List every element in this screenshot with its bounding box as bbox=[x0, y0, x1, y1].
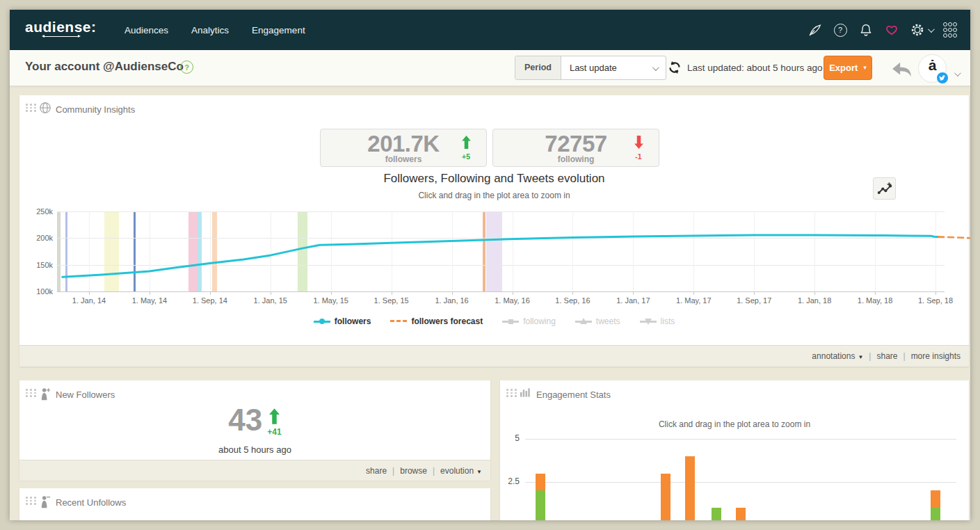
axis-tick bbox=[331, 291, 332, 295]
dash-marker-icon bbox=[390, 316, 407, 327]
engagement-bar bbox=[712, 508, 721, 520]
gridline bbox=[525, 439, 956, 440]
logo-underline-arrow-icon bbox=[42, 35, 81, 38]
legend-label: lists bbox=[661, 316, 675, 326]
community-insights-header: Community Insights bbox=[19, 95, 969, 120]
axis-tick bbox=[452, 291, 453, 295]
engagement-bar bbox=[931, 490, 940, 520]
new-followers-delta: +41 bbox=[267, 427, 281, 437]
period-selected-value: Last update bbox=[570, 63, 617, 73]
legend-item-followers-forecast[interactable]: followers forecast bbox=[390, 316, 483, 327]
nav-item-analytics[interactable]: Analytics bbox=[191, 25, 229, 35]
square-marker-icon bbox=[502, 316, 519, 327]
evolution-plot[interactable] bbox=[57, 211, 945, 291]
new-followers-timestamp: about 5 hours ago bbox=[19, 444, 490, 455]
axis-tick bbox=[633, 291, 634, 295]
person-minus-icon bbox=[39, 495, 51, 511]
x-axis-label: 1. Jan, 18 bbox=[798, 296, 831, 305]
drag-handle[interactable] bbox=[26, 104, 37, 112]
y-axis-label: 100k bbox=[36, 287, 53, 296]
y-axis-label: 2.5 bbox=[500, 476, 520, 486]
triangle-down-marker-icon bbox=[640, 316, 657, 327]
add-annotation-button[interactable] bbox=[873, 177, 896, 200]
chevron-down-icon bbox=[652, 64, 659, 71]
quill-icon[interactable] bbox=[807, 22, 822, 38]
engagement-plot[interactable] bbox=[525, 380, 956, 520]
caret-down-icon: ▼ bbox=[476, 469, 482, 475]
x-axis-label: 1. May, 16 bbox=[495, 296, 530, 305]
nav-item-engagement[interactable]: Engagement bbox=[252, 25, 305, 35]
export-button[interactable]: Export ▾ bbox=[824, 56, 872, 80]
caret-down-icon: ▼ bbox=[858, 354, 863, 360]
axis-tick bbox=[89, 291, 90, 295]
audiense-logo[interactable]: audiense: bbox=[25, 19, 97, 35]
x-axis-label: 1. Jan, 16 bbox=[435, 296, 468, 305]
drag-handle[interactable] bbox=[506, 389, 517, 397]
heart-icon[interactable] bbox=[884, 22, 899, 38]
avatar-logo: ȧ bbox=[919, 57, 946, 74]
x-axis-label: 1. May, 18 bbox=[858, 296, 893, 305]
axis-tick bbox=[210, 291, 211, 295]
nav-item-audiences[interactable]: Audiences bbox=[124, 25, 168, 35]
engagement-bar bbox=[685, 456, 695, 520]
followers-stat-box: 201.7K followers +5 bbox=[320, 129, 487, 167]
x-axis-label: 1. May, 17 bbox=[676, 296, 712, 305]
community-footer: annotations▼ | share | more insights bbox=[19, 345, 969, 367]
share-link[interactable]: share bbox=[876, 351, 897, 361]
evolution-xaxis: 1. Jan, 141. May, 141. Sep, 141. Jan, 15… bbox=[57, 296, 945, 307]
settings-menu[interactable] bbox=[910, 22, 933, 38]
engagement-bar bbox=[536, 474, 545, 520]
x-axis-label: 1. Sep, 18 bbox=[918, 296, 953, 305]
account-header: Your account @AudienseCo ? Period Last u… bbox=[10, 50, 970, 86]
account-help-icon[interactable]: ? bbox=[180, 61, 193, 74]
annotations-link[interactable]: annotations▼ bbox=[812, 351, 863, 361]
axis-tick bbox=[935, 291, 936, 295]
more-insights-link[interactable]: more insights bbox=[911, 351, 961, 361]
browse-link[interactable]: browse bbox=[400, 466, 427, 476]
axis-tick bbox=[754, 291, 755, 295]
bell-icon[interactable] bbox=[858, 22, 874, 38]
help-icon[interactable]: ? bbox=[833, 22, 848, 38]
panel-title: New Followers bbox=[56, 390, 115, 400]
back-arrow-icon[interactable] bbox=[890, 61, 913, 81]
y-axis-label: 5 bbox=[500, 433, 520, 443]
community-insights-panel: Community Insights 201.7K followers +5 7… bbox=[19, 95, 969, 367]
apps-grid-icon[interactable] bbox=[943, 22, 956, 38]
legend-label: tweets bbox=[596, 316, 620, 326]
legend-label: followers forecast bbox=[411, 316, 483, 326]
drag-handle[interactable] bbox=[26, 497, 37, 505]
engagement-bar bbox=[736, 508, 746, 520]
legend-item-following[interactable]: following bbox=[502, 316, 556, 327]
legend-item-tweets[interactable]: tweets bbox=[575, 316, 620, 327]
twitter-badge-icon bbox=[937, 72, 948, 83]
followers-delta: +5 bbox=[457, 136, 475, 161]
caret-down-icon: ▾ bbox=[863, 65, 867, 71]
chevron-down-icon bbox=[928, 26, 935, 33]
evolution-link[interactable]: evolution▼ bbox=[440, 466, 482, 476]
engagement-bar bbox=[661, 474, 670, 520]
globe-icon bbox=[39, 102, 51, 117]
export-label: Export bbox=[829, 63, 858, 73]
evolution-legend: followersfollowers forecastfollowingtwee… bbox=[19, 316, 969, 327]
axis-tick bbox=[572, 291, 573, 295]
x-axis-label: 1. Sep, 16 bbox=[555, 296, 590, 305]
following-stat-box: 72757 following -1 bbox=[492, 129, 659, 167]
period-select[interactable]: Last update bbox=[561, 56, 666, 79]
followers-series bbox=[57, 211, 945, 291]
drag-handle[interactable] bbox=[26, 389, 37, 397]
account-menu-chevron[interactable] bbox=[954, 67, 959, 79]
gridline bbox=[525, 482, 956, 483]
legend-item-lists[interactable]: lists bbox=[640, 316, 675, 327]
y-axis-label: 250k bbox=[36, 207, 53, 216]
account-avatar[interactable]: ȧ bbox=[918, 54, 947, 83]
axis-tick bbox=[392, 291, 392, 295]
legend-item-followers[interactable]: followers bbox=[314, 316, 371, 327]
chart-subtitle: Click and drag in the plot area to zoom … bbox=[19, 191, 969, 200]
new-followers-footer: share | browse | evolution▼ bbox=[19, 460, 490, 481]
main-nav: Audiences Analytics Engagement bbox=[124, 10, 305, 50]
axis-tick bbox=[271, 291, 271, 295]
arrow-down-icon bbox=[634, 136, 643, 149]
refresh-icon[interactable] bbox=[668, 61, 682, 74]
new-followers-stat: 43 +41 bbox=[19, 400, 490, 440]
share-link[interactable]: share bbox=[366, 466, 387, 476]
